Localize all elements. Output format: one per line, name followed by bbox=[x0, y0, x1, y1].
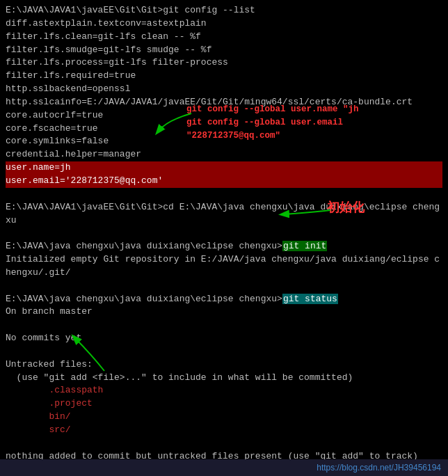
terminal-line: E:\JAVA\JAVA1\javaEE\Git\Git>cd E:\JAVA\… bbox=[6, 201, 442, 214]
terminal-line: (use "git add <file>..." to include in w… bbox=[6, 372, 442, 385]
terminal-line: credential.helper=manager bbox=[6, 148, 442, 161]
terminal-line-git-init: E:\JAVA\java chengxu\java duixiang\eclip… bbox=[6, 240, 442, 253]
terminal-line-classpath: .classpath bbox=[6, 384, 442, 397]
terminal-line: hengxu/.git/ bbox=[6, 267, 442, 280]
terminal-line: filter.lfs.smudge=git-lfs smudge -- %f bbox=[6, 44, 442, 57]
terminal-line-nothing: nothing added to commit but untracked fi… bbox=[6, 450, 442, 459]
terminal-line: E:\JAVA\JAVA1\javaEE\Git\Git>git config … bbox=[6, 4, 442, 17]
terminal-line-email: user.email='228712375@qq.com' bbox=[6, 175, 442, 188]
terminal-line: filter.lfs.required=true bbox=[6, 70, 442, 83]
annotation-init: 初始化 bbox=[327, 199, 365, 216]
terminal-line: http.sslbackend=openssl bbox=[6, 83, 442, 96]
terminal-line: filter.lfs.process=git-lfs filter-proces… bbox=[6, 56, 442, 70]
terminal-line bbox=[6, 345, 442, 358]
terminal-line: No commits yet bbox=[6, 332, 442, 345]
terminal-line-src: src/ bbox=[6, 424, 442, 437]
terminal-line: Untracked files: bbox=[6, 358, 442, 372]
terminal-line: xu bbox=[6, 214, 442, 228]
terminal-window: E:\JAVA\JAVA1\javaEE\Git\Git>git config … bbox=[0, 0, 448, 459]
terminal-line bbox=[6, 437, 442, 450]
footer-bar: https://blog.csdn.net/JH39456194 bbox=[0, 459, 448, 476]
terminal-line: Initialized empty Git repository in E:/J… bbox=[6, 253, 442, 267]
terminal-line-project: .project bbox=[6, 397, 442, 411]
terminal-line bbox=[6, 227, 442, 240]
terminal-line: On branch master bbox=[6, 306, 442, 319]
terminal-line-bin: bin/ bbox=[6, 411, 442, 424]
terminal-line-git-status: E:\JAVA\java chengxu\java duixiang\eclip… bbox=[6, 293, 442, 306]
terminal-line bbox=[6, 280, 442, 293]
terminal-line-username: user.name=jh bbox=[6, 161, 442, 175]
annotation-git-config: git config --global user.name "jh git co… bbox=[186, 103, 359, 142]
footer-link: https://blog.csdn.net/JH39456194 bbox=[317, 463, 441, 473]
terminal-line: filter.lfs.clean=git-lfs clean -- %f bbox=[6, 31, 442, 44]
terminal-line bbox=[6, 188, 442, 201]
terminal-line bbox=[6, 319, 442, 332]
terminal-line: diff.astextplain.textconv=astextplain bbox=[6, 17, 442, 31]
